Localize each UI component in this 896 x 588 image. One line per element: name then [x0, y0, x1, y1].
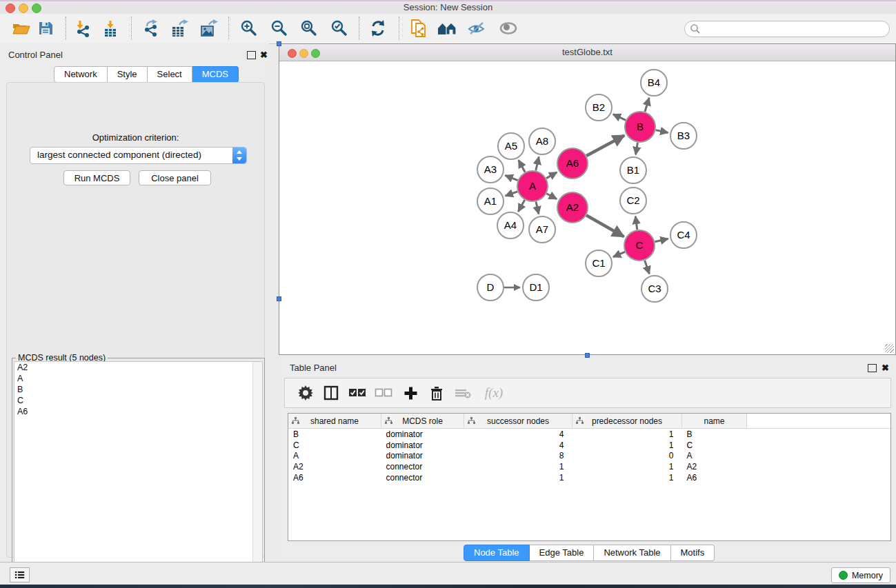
- column-header-successor-nodes[interactable]: successor nodes: [464, 414, 573, 429]
- float-panel-icon[interactable]: [247, 51, 256, 59]
- table-cell[interactable]: connector: [381, 472, 464, 483]
- close-window-button[interactable]: [6, 3, 15, 13]
- zoom-window-button[interactable]: [32, 3, 41, 13]
- close-panel-button[interactable]: Close panel: [139, 170, 211, 185]
- import-network-button[interactable]: [70, 16, 95, 41]
- table-row[interactable]: A2connector11A2: [288, 461, 890, 472]
- graph-node-D[interactable]: D: [477, 274, 504, 301]
- table-cell[interactable]: A2: [682, 461, 747, 472]
- graph-node-B[interactable]: B: [625, 112, 655, 142]
- export-network-button[interactable]: [139, 16, 163, 41]
- graph-node-A7[interactable]: A7: [529, 216, 555, 243]
- delete-column-button[interactable]: [425, 381, 448, 405]
- column-header-shared-name[interactable]: shared name: [288, 414, 381, 429]
- table-cell[interactable]: A: [682, 450, 747, 461]
- tab-edge-table[interactable]: Edge Table: [530, 545, 595, 561]
- edge-A-A8[interactable]: [536, 157, 539, 171]
- mcds-result-list[interactable]: A2ABCA6: [14, 361, 263, 588]
- graph-node-A6[interactable]: A6: [557, 148, 588, 179]
- table-cell[interactable]: dominator: [381, 429, 464, 440]
- table-cell[interactable]: B: [682, 429, 747, 440]
- edge-C-C3[interactable]: [645, 261, 650, 274]
- graph-node-A5[interactable]: A5: [498, 133, 524, 159]
- export-table-button[interactable]: [168, 16, 192, 41]
- function-builder-button[interactable]: f(x): [479, 381, 509, 405]
- graph-node-B2[interactable]: B2: [586, 94, 612, 121]
- tab-network[interactable]: Network: [54, 66, 108, 83]
- result-item[interactable]: B: [14, 384, 262, 395]
- table-cell[interactable]: A: [288, 450, 381, 461]
- minimize-window-button[interactable]: [19, 3, 28, 13]
- close-table-panel-icon[interactable]: ✖: [882, 364, 889, 372]
- window-resize-grip[interactable]: [885, 344, 894, 353]
- graph-node-C[interactable]: C: [624, 230, 655, 261]
- memory-button[interactable]: Memory: [831, 567, 890, 583]
- result-item[interactable]: C: [14, 395, 262, 406]
- edge-A-A2[interactable]: [546, 194, 557, 199]
- table-cell[interactable]: 1: [573, 472, 682, 483]
- criterion-dropdown[interactable]: largest connected component (directed): [30, 147, 247, 164]
- frame-grip-bottom[interactable]: [585, 353, 590, 358]
- table-cell[interactable]: 1: [464, 461, 573, 472]
- search-input[interactable]: [703, 22, 885, 36]
- delete-table-button[interactable]: [451, 381, 475, 405]
- tab-motifs[interactable]: Motifs: [671, 545, 715, 561]
- table-row[interactable]: Adominator80A: [288, 450, 890, 461]
- edge-A-A4[interactable]: [518, 200, 524, 212]
- table-cell[interactable]: C: [288, 440, 381, 451]
- table-cell[interactable]: 1: [573, 440, 682, 451]
- network-canvas[interactable]: B4B2BB3A8A5A6A3B1AA1C2A2A4A7C4CC1C3DD1: [280, 61, 895, 354]
- column-header-MCDS-role[interactable]: MCDS role: [381, 414, 464, 429]
- graph-node-D1[interactable]: D1: [523, 274, 549, 301]
- graph-node-C2[interactable]: C2: [620, 187, 646, 214]
- edge-A-A1[interactable]: [506, 192, 518, 196]
- table-cell[interactable]: B: [288, 429, 381, 440]
- table-row[interactable]: Cdominator41C: [288, 440, 890, 451]
- graph-node-C1[interactable]: C1: [586, 250, 612, 276]
- table-cell[interactable]: C: [682, 440, 747, 451]
- clone-network-button[interactable]: [406, 16, 431, 41]
- network-close-button[interactable]: [288, 49, 297, 58]
- edge-A6-B[interactable]: [586, 135, 624, 156]
- edge-A-A3[interactable]: [505, 175, 517, 180]
- graph-node-C4[interactable]: C4: [670, 222, 697, 248]
- zoom-in-button[interactable]: [237, 16, 261, 41]
- edge-B-B1[interactable]: [636, 143, 638, 155]
- edge-A-A6[interactable]: [546, 172, 557, 179]
- zoom-selected-button[interactable]: [327, 16, 352, 41]
- result-item[interactable]: A6: [14, 406, 262, 417]
- houses-button[interactable]: [435, 16, 459, 41]
- tab-style[interactable]: Style: [108, 66, 148, 83]
- zoom-out-button[interactable]: [267, 16, 292, 41]
- graph-node-C3[interactable]: C3: [641, 276, 668, 302]
- table-cell[interactable]: connector: [381, 461, 464, 472]
- table-cell[interactable]: dominator: [381, 440, 464, 451]
- result-scrollbar[interactable]: [252, 362, 262, 588]
- import-table-button[interactable]: [98, 16, 123, 41]
- edge-C-C1[interactable]: [613, 252, 625, 256]
- tab-mcds[interactable]: MCDS: [192, 66, 239, 83]
- add-column-button[interactable]: [399, 381, 422, 405]
- show-columns-button[interactable]: [319, 381, 343, 405]
- graph-node-A3[interactable]: A3: [477, 156, 504, 183]
- table-cell[interactable]: 0: [573, 450, 682, 461]
- graph-node-A8[interactable]: A8: [529, 128, 555, 154]
- graph-node-B3[interactable]: B3: [670, 123, 697, 149]
- frame-grip-left[interactable]: [277, 296, 281, 301]
- graph-node-A2[interactable]: A2: [557, 192, 588, 223]
- eye-button[interactable]: [496, 16, 521, 41]
- node-table[interactable]: shared nameMCDS rolesuccessor nodesprede…: [288, 414, 890, 483]
- edge-B-B2[interactable]: [613, 114, 626, 121]
- table-cell[interactable]: dominator: [381, 450, 464, 461]
- graph-node-A1[interactable]: A1: [477, 188, 504, 214]
- graph-node-B1[interactable]: B1: [620, 157, 646, 183]
- edge-C-C2[interactable]: [635, 216, 637, 230]
- table-cell[interactable]: A6: [682, 472, 747, 483]
- result-item[interactable]: A: [14, 373, 262, 384]
- table-settings-button[interactable]: [294, 381, 317, 405]
- graph-node-A[interactable]: A: [517, 171, 548, 201]
- graph-node-B4[interactable]: B4: [641, 70, 667, 96]
- show-panels-button[interactable]: [10, 567, 30, 582]
- export-image-button[interactable]: [197, 16, 221, 41]
- table-cell[interactable]: 1: [464, 472, 573, 483]
